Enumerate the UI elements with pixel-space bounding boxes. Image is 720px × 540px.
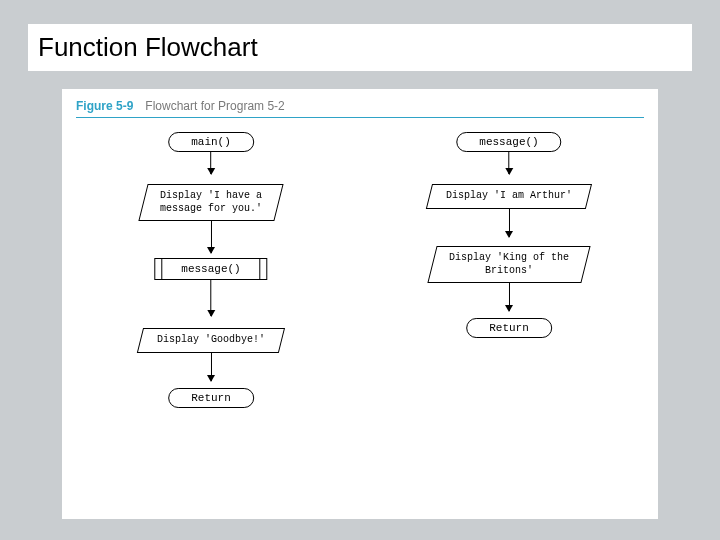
arrow-icon: [211, 221, 212, 253]
io-display-arthur: Display 'I am Arthur': [426, 184, 592, 209]
io-display-king: Display 'King of the Britons': [427, 246, 590, 283]
arrow-icon: [211, 353, 212, 381]
slide-title-area: Function Flowchart: [28, 24, 692, 71]
io-display-goodbye: Display 'Goodbye!': [137, 328, 285, 353]
arrow-icon: [509, 209, 510, 237]
arrow-icon: [210, 280, 211, 316]
io-display-message: Display 'I have a message for you.': [138, 184, 283, 221]
arrow-icon: [509, 283, 510, 311]
terminal-message-start: message(): [456, 132, 561, 152]
flowchart-area: main() Display 'I have a message for you…: [62, 126, 658, 496]
page-title: Function Flowchart: [38, 32, 682, 63]
arrow-icon: [210, 152, 211, 174]
figure-caption: Flowchart for Program 5-2: [145, 99, 284, 113]
terminal-message-return: Return: [466, 318, 552, 338]
figure-label: Figure 5-9: [76, 99, 133, 113]
subroutine-call-message: message(): [154, 258, 267, 280]
figure-panel: Figure 5-9 Flowchart for Program 5-2 mai…: [62, 89, 658, 519]
terminal-main-start: main(): [168, 132, 254, 152]
figure-header: Figure 5-9 Flowchart for Program 5-2: [62, 89, 658, 117]
arrow-icon: [508, 152, 509, 174]
terminal-main-return: Return: [168, 388, 254, 408]
figure-rule: [76, 117, 644, 118]
